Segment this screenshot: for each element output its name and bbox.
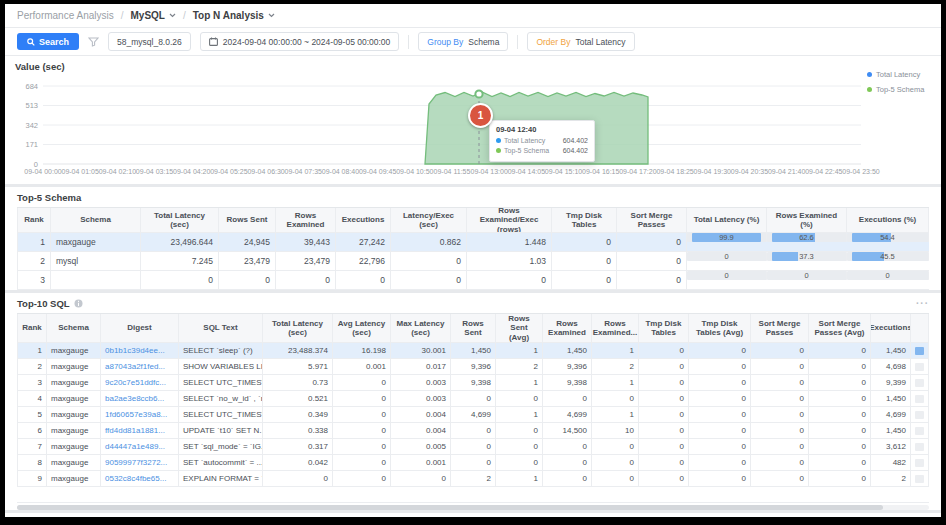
column-header[interactable]: Max Latency (sec) xyxy=(391,314,451,342)
breadcrumb-db-menu[interactable]: MySQL xyxy=(131,10,176,21)
digest-link[interactable]: 0b1b1c39d4ee... xyxy=(101,343,179,358)
table-row[interactable]: 2mysql7.24523,47923,47922,79601.0300037.… xyxy=(17,252,929,271)
column-header[interactable]: Rank xyxy=(17,208,51,232)
table-cell: 0 xyxy=(552,252,617,270)
table-cell: 3 xyxy=(17,375,47,390)
table-row[interactable]: 3maxgauge9c20c7e51ddfc...SELECT UTC_TIME… xyxy=(17,375,929,391)
table-cell: 0 xyxy=(751,391,809,406)
filter-icon[interactable] xyxy=(88,37,99,47)
table-row[interactable]: 5maxgauge1fd60657e39a8...SELECT UTC_TIME… xyxy=(17,407,929,423)
column-header[interactable]: Rows Examined xyxy=(276,208,336,232)
column-header[interactable]: Total Latency (sec) xyxy=(263,314,333,342)
table-cell: 1.03 xyxy=(467,252,552,270)
search-icon xyxy=(27,38,35,46)
date-range-value: 2024-09-04 00:00:00 ~ 2024-09-05 00:00:0… xyxy=(223,37,391,47)
digest-link[interactable]: a87043a2f1fed... xyxy=(101,359,179,374)
column-header[interactable]: Tmp Disk Tables xyxy=(639,314,689,342)
table-header-row: RankSchemaTotal Latency (sec)Rows SentRo… xyxy=(17,207,929,233)
column-header[interactable]: Rows Examined (%) xyxy=(767,208,847,232)
column-header[interactable]: Executions xyxy=(336,208,391,232)
x-tick-label: 09-04 23:50 xyxy=(831,168,891,175)
partial-bar-cell xyxy=(911,471,929,486)
column-header[interactable]: Total Latency (sec) xyxy=(141,208,219,232)
more-options-icon[interactable]: ··· xyxy=(916,298,929,309)
gauge-track: 0 xyxy=(772,271,841,280)
table-cell: 0 xyxy=(617,252,687,270)
table-row[interactable]: 1maxgauge23,496.64424,94539,44327,2420.8… xyxy=(17,233,929,252)
table-row[interactable]: 4maxgaugeba2ae3e8ccb6...SELECT `no_w_id`… xyxy=(17,391,929,407)
digest-link[interactable]: 90599977f3272... xyxy=(101,455,179,470)
column-header[interactable]: Latency/Exec (sec) xyxy=(391,208,467,232)
date-range-picker[interactable]: 2024-09-04 00:00:00 ~ 2024-09-05 00:00:0… xyxy=(200,32,400,51)
legend-item[interactable]: Total Latency xyxy=(867,70,924,79)
column-header[interactable]: Sort Merge Passes (Avg) xyxy=(809,314,871,342)
table-cell: 0 xyxy=(689,439,751,454)
column-header[interactable]: Rows Sent xyxy=(219,208,276,232)
table-row[interactable]: 1maxgauge0b1b1c39d4ee...SELECT `sleep` (… xyxy=(17,343,929,359)
column-header[interactable]: SQL Text xyxy=(179,314,263,342)
top10-sql-table: RankSchemaDigestSQL TextTotal Latency (s… xyxy=(17,313,929,503)
column-header[interactable]: Rows Examined xyxy=(543,314,592,342)
scrollbar-thumb[interactable] xyxy=(17,505,883,510)
legend-item[interactable]: Top-5 Schema xyxy=(867,85,924,94)
table-row[interactable]: 2maxgaugea87043a2f1fed...SHOW VARIABLES … xyxy=(17,359,929,375)
partial-bar-cell xyxy=(911,391,929,406)
digest-link[interactable]: d44447a1e489... xyxy=(101,439,179,454)
table-row[interactable]: 9maxgauge0532c8c4fbe65...EXPLAIN FORMAT … xyxy=(17,471,929,487)
table-cell: 1 xyxy=(496,343,543,358)
table-cell: 23,479 xyxy=(276,252,336,270)
column-header[interactable]: Rows Sent (Avg) xyxy=(496,314,543,342)
table-cell: 5.971 xyxy=(263,359,333,374)
tooltip-value: 604.402 xyxy=(563,147,588,154)
table-cell: 0 xyxy=(592,439,639,454)
y-tick-label: 342 xyxy=(11,121,38,130)
column-header[interactable]: Sort Merge Passes xyxy=(617,208,687,232)
column-header[interactable]: Schema xyxy=(51,208,141,232)
column-header[interactable]: Total Latency (%) xyxy=(687,208,767,232)
column-header[interactable]: Digest xyxy=(101,314,179,342)
breadcrumb-db-label: MySQL xyxy=(131,10,165,21)
table-cell: 0 xyxy=(751,343,809,358)
table-cell: 0 xyxy=(751,455,809,470)
digest-link[interactable]: 9c20c7e51ddfc... xyxy=(101,375,179,390)
instance-selector[interactable]: 58_mysql_8.0.26 xyxy=(108,32,191,51)
group-by-selector[interactable]: Group By Schema xyxy=(418,32,508,51)
column-header[interactable]: Rows Examined... xyxy=(592,314,639,342)
column-header[interactable]: Tmp Disk Tables xyxy=(552,208,617,232)
table-cell: 2 xyxy=(17,252,51,270)
partial-bar-cell xyxy=(911,359,929,374)
table-row[interactable]: 300000000000 xyxy=(17,271,929,290)
digest-link[interactable]: 1fd60657e39a8... xyxy=(101,407,179,422)
info-icon[interactable] xyxy=(74,299,83,308)
horizontal-scrollbar[interactable] xyxy=(17,505,929,510)
event-marker-badge[interactable]: 1 xyxy=(468,103,493,128)
column-header[interactable]: Rank xyxy=(17,314,47,342)
table-row[interactable]: 8maxgauge90599977f3272...SET `autocommit… xyxy=(17,455,929,471)
latency-chart[interactable]: Value (sec) 6845133421710 Total LatencyT… xyxy=(5,56,941,184)
column-header[interactable]: Tmp Disk Tables (Avg) xyxy=(689,314,751,342)
column-header[interactable]: Avg Latency (sec) xyxy=(333,314,391,342)
column-header[interactable]: Schema xyxy=(47,314,101,342)
sql-text-panel: Full Text Text SELECT `sleep` (?) xyxy=(5,513,941,517)
column-header[interactable]: Sort Merge Passes xyxy=(751,314,809,342)
breadcrumb-page-menu[interactable]: Top N Analysis xyxy=(193,10,275,21)
table-cell: SELECT UTC_TIMEST... xyxy=(179,375,263,390)
table-row[interactable]: 7maxgauged44447a1e489...SET `sql_mode` =… xyxy=(17,439,929,455)
digest-link[interactable]: ffd4dd81a1881... xyxy=(101,423,179,438)
table-cell: 9,399 xyxy=(871,375,911,390)
table-cell: 1,450 xyxy=(543,343,592,358)
table-cell: UPDATE `t10` SET N... xyxy=(179,423,263,438)
search-button[interactable]: Search xyxy=(17,33,79,50)
digest-link[interactable]: ba2ae3e8ccb6... xyxy=(101,391,179,406)
tooltip-series-label: Total Latency xyxy=(504,137,545,144)
digest-link[interactable]: 0532c8c4fbe65... xyxy=(101,471,179,486)
order-by-selector[interactable]: Order By Total Latency xyxy=(527,32,634,51)
top5-schema-table: RankSchemaTotal Latency (sec)Rows SentRo… xyxy=(17,207,929,290)
column-header[interactable]: Executions xyxy=(871,314,911,342)
table-row[interactable]: 6maxgaugeffd4dd81a1881...UPDATE `t10` SE… xyxy=(17,423,929,439)
column-header[interactable]: Executions (%) xyxy=(847,208,929,232)
column-header[interactable]: Rows Examined/Exec (rows) xyxy=(467,208,552,232)
table-cell: 0 xyxy=(689,455,751,470)
column-header[interactable]: Rows Sent xyxy=(451,314,496,342)
table-cell: 0 xyxy=(639,343,689,358)
